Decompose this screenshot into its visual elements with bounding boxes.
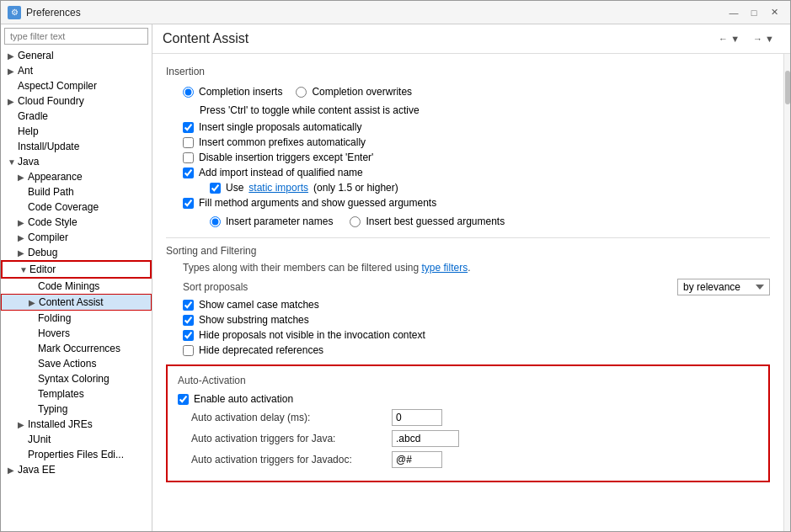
sidebar-item-javaee[interactable]: ▶ Java EE [1, 462, 152, 477]
label-editor: Editor [29, 263, 56, 275]
label-codeminings: Code Minings [38, 280, 99, 292]
radio-overwrites-row: Completion overwrites [296, 86, 412, 98]
cb-enable-auto[interactable] [178, 394, 189, 405]
cb2-label: Insert common prefixes automatically [199, 136, 366, 148]
javadoc-triggers-label: Auto activation triggers for Javadoc: [191, 454, 385, 466]
sort-proposals-label: Sort proposals [183, 281, 248, 293]
radio-param-names[interactable] [210, 216, 221, 227]
arrow-contentassist: ▶ [29, 298, 39, 307]
label-markoccurrences: Mark Occurrences [38, 343, 120, 354]
sidebar-item-syntaxcoloring[interactable]: Syntax Coloring [1, 371, 152, 386]
cb7-label: Show substring matches [199, 314, 309, 326]
sidebar-item-debug[interactable]: ▶ Debug [1, 245, 152, 260]
arrow-java: ▼ [8, 157, 18, 167]
radio-inserts[interactable] [183, 87, 194, 98]
sidebar-item-installupdate[interactable]: Install/Update [1, 139, 152, 154]
type-filters-link[interactable]: type filters [421, 262, 468, 274]
cb7-checkbox[interactable] [183, 315, 194, 326]
cb4-checkbox[interactable] [183, 168, 194, 178]
label-cloudfoundry: Cloud Foundry [18, 95, 84, 107]
cb2-row: Insert common prefixes automatically [166, 136, 770, 148]
sidebar-item-editor[interactable]: ▼ Editor [1, 260, 152, 279]
filter-input[interactable] [4, 28, 148, 45]
label-installedjres: Installed JREs [28, 418, 93, 430]
arrow-buildpath [18, 188, 28, 197]
cb4-label: Add import instead of qualified name [199, 167, 363, 178]
radio-param-label: Insert parameter names [226, 215, 333, 227]
close-button[interactable]: ✕ [765, 3, 783, 22]
tree: ▶ General ▶ Ant AspectJ Compiler ▶ Cloud… [1, 48, 152, 531]
nav-back-button[interactable]: ← ▼ [713, 31, 746, 46]
cb4a-row: Use static imports (only 1.5 or higher) [166, 182, 770, 194]
cb7-row: Show substring matches [166, 314, 770, 326]
cb5-checkbox[interactable] [183, 198, 194, 209]
cb3-checkbox[interactable] [183, 152, 194, 163]
sidebar-item-buildpath[interactable]: Build Path [1, 184, 152, 200]
sidebar-item-codeminings[interactable]: Code Minings [1, 279, 152, 294]
sidebar-item-java[interactable]: ▼ Java [1, 154, 152, 169]
sidebar-item-ant[interactable]: ▶ Ant [1, 63, 152, 78]
sidebar-item-markoccurrences[interactable]: Mark Occurrences [1, 341, 152, 356]
panel-nav: ← ▼ → ▼ [713, 31, 780, 46]
arrow-junit [18, 435, 28, 444]
arrow-cloudfoundry: ▶ [8, 97, 18, 106]
cb2-checkbox[interactable] [183, 137, 194, 148]
radio-best-guess[interactable] [350, 216, 361, 227]
nav-fwd-button[interactable]: → ▼ [747, 31, 780, 46]
java-triggers-input[interactable] [392, 430, 459, 447]
sidebar-item-folding[interactable]: Folding [1, 311, 152, 326]
label-appearance: Appearance [28, 171, 83, 183]
arrow-javaee: ▶ [8, 466, 18, 475]
sidebar-item-templates[interactable]: Templates [1, 386, 152, 402]
static-imports-link[interactable]: static imports [249, 182, 308, 194]
sidebar-item-installedjres[interactable]: ▶ Installed JREs [1, 417, 152, 432]
panel-header: Content Assist ← ▼ → ▼ [152, 24, 790, 54]
sidebar-item-help[interactable]: Help [1, 124, 152, 139]
sidebar-item-general[interactable]: ▶ General [1, 48, 152, 63]
minimize-button[interactable]: — [724, 3, 743, 22]
sidebar-item-appearance[interactable]: ▶ Appearance [1, 169, 152, 184]
sidebar-item-hovers[interactable]: Hovers [1, 326, 152, 341]
cb4a-checkbox[interactable] [210, 183, 221, 194]
sidebar-item-compiler[interactable]: ▶ Compiler [1, 230, 152, 245]
delay-input[interactable] [392, 409, 442, 426]
cb8-checkbox[interactable] [183, 330, 194, 341]
label-gradle: Gradle [18, 110, 48, 122]
right-scrollbar[interactable] [783, 54, 790, 531]
sidebar-item-propertiesfilesedit[interactable]: Properties Files Edi... [1, 447, 152, 462]
label-help: Help [18, 125, 39, 137]
sidebar-item-saveactions[interactable]: Save Actions [1, 356, 152, 371]
arrow-templates [28, 390, 38, 399]
sidebar-item-aspectj[interactable]: AspectJ Compiler [1, 78, 152, 93]
label-javaee: Java EE [18, 464, 56, 476]
radio-bestguess-row: Insert best guessed arguments [350, 215, 505, 227]
label-folding: Folding [38, 312, 71, 324]
sidebar-item-codecoverage[interactable]: Code Coverage [1, 200, 152, 215]
sidebar-item-cloudfoundry[interactable]: ▶ Cloud Foundry [1, 93, 152, 109]
cb9-checkbox[interactable] [183, 345, 194, 356]
sort-proposals-select[interactable]: by relevance alphabetically [677, 279, 770, 295]
sidebar-item-typing[interactable]: Typing [1, 402, 152, 417]
sorting-label: Sorting and Filtering [166, 245, 770, 257]
sidebar-item-codestyle[interactable]: ▶ Code Style [1, 215, 152, 230]
label-contentassist: Content Assist [39, 296, 104, 308]
completion-radio-group: Completion inserts Completion overwrites [166, 82, 770, 101]
javadoc-triggers-input[interactable] [392, 451, 442, 468]
cb6-checkbox[interactable] [183, 300, 194, 311]
label-propertiesfilesedit: Properties Files Edi... [28, 449, 124, 460]
radio-inserts-row: Completion inserts [183, 86, 282, 98]
arrow-editor: ▼ [19, 265, 29, 274]
ctrl-hint: Press 'Ctrl' to toggle while content ass… [183, 104, 770, 116]
arrow-saveactions [28, 359, 38, 369]
cb3-row: Disable insertion triggers except 'Enter… [166, 152, 770, 163]
sidebar-item-gradle[interactable]: Gradle [1, 109, 152, 124]
cb1-checkbox[interactable] [183, 122, 194, 133]
sidebar-item-junit[interactable]: JUnit [1, 432, 152, 447]
maximize-button[interactable]: □ [745, 3, 763, 22]
radio-overwrites[interactable] [296, 87, 307, 98]
sidebar-item-contentassist[interactable]: ▶ Content Assist [1, 294, 152, 311]
sort-proposals-row: Sort proposals by relevance alphabetical… [166, 279, 770, 295]
cb1-row: Insert single proposals automatically [166, 121, 770, 133]
label-ant: Ant [18, 65, 33, 77]
radio-overwrites-label: Completion overwrites [312, 86, 412, 98]
